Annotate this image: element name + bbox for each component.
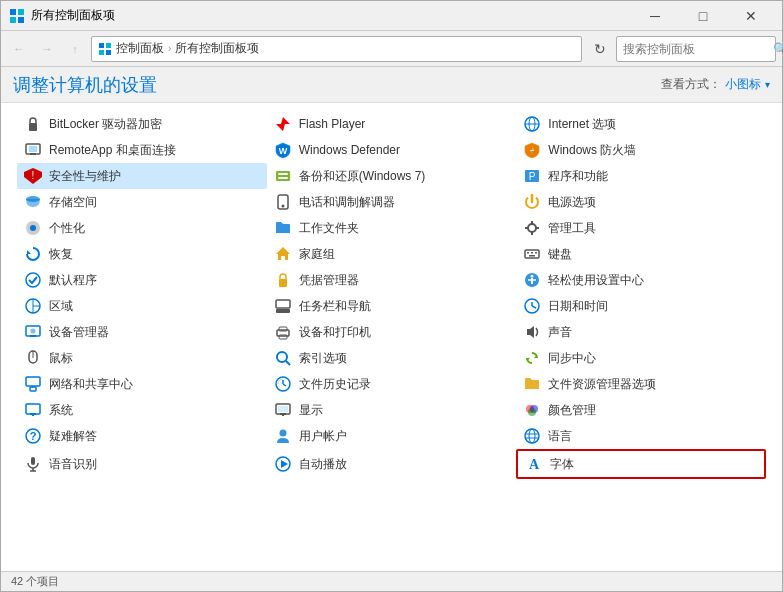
display-label: 显示 bbox=[299, 402, 323, 419]
up-button[interactable]: ↑ bbox=[63, 37, 87, 61]
cp-item-windows-defender[interactable]: WWindows Defender bbox=[267, 137, 517, 163]
cp-item-devices-printers[interactable]: 设备和打印机 bbox=[267, 319, 517, 345]
cp-item-phone-modem[interactable]: 电话和调制解调器 bbox=[267, 189, 517, 215]
svg-rect-38 bbox=[525, 250, 539, 258]
title-controls: ─ □ ✕ bbox=[632, 1, 774, 31]
items-grid: BitLocker 驱动器加密Flash PlayerInternet 选项Re… bbox=[17, 111, 766, 479]
device-manager-icon bbox=[23, 322, 43, 342]
remoteapp-icon bbox=[23, 140, 43, 160]
cp-item-language[interactable]: 语言 bbox=[516, 423, 766, 449]
svg-rect-39 bbox=[527, 252, 529, 254]
cp-item-network[interactable]: 网络和共享中心 bbox=[17, 371, 267, 397]
svg-point-46 bbox=[531, 275, 534, 278]
cp-item-display[interactable]: 显示 bbox=[267, 397, 517, 423]
cp-item-programs[interactable]: P程序和功能 bbox=[516, 163, 766, 189]
region-label: 区域 bbox=[49, 298, 73, 315]
svg-rect-71 bbox=[26, 377, 40, 386]
cp-item-flash-player[interactable]: Flash Player bbox=[267, 111, 517, 137]
svg-rect-40 bbox=[531, 252, 533, 254]
close-button[interactable]: ✕ bbox=[728, 1, 774, 31]
cp-item-sound[interactable]: 声音 bbox=[516, 319, 766, 345]
cp-item-power[interactable]: 电源选项 bbox=[516, 189, 766, 215]
recovery-label: 恢复 bbox=[49, 246, 73, 263]
cp-item-speech[interactable]: 语音识别 bbox=[17, 449, 267, 479]
cp-item-mouse[interactable]: 鼠标 bbox=[17, 345, 267, 371]
svg-point-88 bbox=[525, 429, 539, 443]
svg-rect-82 bbox=[278, 406, 288, 412]
cp-item-storage[interactable]: 存储空间 bbox=[17, 189, 267, 215]
back-button[interactable]: ← bbox=[7, 37, 31, 61]
svg-rect-0 bbox=[10, 9, 16, 15]
minimize-button[interactable]: ─ bbox=[632, 1, 678, 31]
address-field[interactable]: 控制面板 › 所有控制面板项 bbox=[91, 36, 582, 62]
cp-item-fonts[interactable]: A字体 bbox=[516, 449, 766, 479]
view-dropdown-arrow[interactable]: ▾ bbox=[765, 79, 770, 90]
cp-item-keyboard[interactable]: 键盘 bbox=[516, 241, 766, 267]
svg-rect-37 bbox=[281, 256, 285, 260]
datetime-label: 日期和时间 bbox=[548, 298, 608, 315]
cp-item-personalization[interactable]: 个性化 bbox=[17, 215, 267, 241]
management-label: 管理工具 bbox=[548, 220, 596, 237]
cp-item-autoplay[interactable]: 自动播放 bbox=[267, 449, 517, 479]
svg-rect-7 bbox=[106, 50, 111, 55]
homegroup-icon bbox=[273, 244, 293, 264]
svg-point-27 bbox=[281, 205, 284, 208]
cp-item-recovery[interactable]: 恢复 bbox=[17, 241, 267, 267]
cp-item-datetime[interactable]: 日期和时间 bbox=[516, 293, 766, 319]
color-mgmt-label: 颜色管理 bbox=[548, 402, 596, 419]
cp-item-security[interactable]: !安全性与维护 bbox=[17, 163, 267, 189]
personalization-icon bbox=[23, 218, 43, 238]
breadcrumb-home[interactable]: 控制面板 bbox=[116, 40, 164, 57]
svg-rect-41 bbox=[535, 252, 537, 254]
cp-item-user-accounts[interactable]: 用户帐户 bbox=[267, 423, 517, 449]
search-box[interactable]: 🔍 bbox=[616, 36, 776, 62]
maximize-button[interactable]: □ bbox=[680, 1, 726, 31]
ease-access-icon bbox=[522, 270, 542, 290]
cp-item-troubleshoot[interactable]: ?疑难解答 bbox=[17, 423, 267, 449]
cp-item-file-manager-options[interactable]: 文件资源管理器选项 bbox=[516, 371, 766, 397]
svg-point-43 bbox=[26, 273, 40, 287]
cp-item-internet-options[interactable]: Internet 选项 bbox=[516, 111, 766, 137]
bitlocker-icon bbox=[23, 114, 43, 134]
breadcrumb-current[interactable]: 所有控制面板项 bbox=[175, 40, 259, 57]
svg-marker-96 bbox=[281, 460, 288, 468]
cp-item-default-programs[interactable]: 默认程序 bbox=[17, 267, 267, 293]
item-count: 42 个项目 bbox=[11, 574, 59, 589]
homegroup-label: 家庭组 bbox=[299, 246, 335, 263]
svg-point-87 bbox=[279, 430, 286, 437]
cp-item-file-history[interactable]: 文件历史记录 bbox=[267, 371, 517, 397]
cp-item-bitlocker[interactable]: BitLocker 驱动器加密 bbox=[17, 111, 267, 137]
cp-item-taskbar-nav[interactable]: 任务栏和导航 bbox=[267, 293, 517, 319]
user-accounts-label: 用户帐户 bbox=[299, 428, 347, 445]
svg-marker-63 bbox=[527, 326, 534, 338]
power-icon bbox=[522, 192, 542, 212]
search-input[interactable] bbox=[623, 42, 773, 56]
cp-item-region[interactable]: 区域 bbox=[17, 293, 267, 319]
mouse-icon bbox=[23, 348, 43, 368]
region-icon bbox=[23, 296, 43, 316]
cp-item-ease-access[interactable]: 轻松使用设置中心 bbox=[516, 267, 766, 293]
content-area: BitLocker 驱动器加密Flash PlayerInternet 选项Re… bbox=[1, 103, 782, 571]
forward-button[interactable]: → bbox=[35, 37, 59, 61]
cp-item-backup[interactable]: 备份和还原(Windows 7) bbox=[267, 163, 517, 189]
svg-rect-8 bbox=[29, 123, 37, 131]
svg-point-29 bbox=[30, 225, 36, 231]
cp-item-device-manager[interactable]: 设备管理器 bbox=[17, 319, 267, 345]
cp-item-color-mgmt[interactable]: 颜色管理 bbox=[516, 397, 766, 423]
work-folder-label: 工作文件夹 bbox=[299, 220, 359, 237]
cp-item-management[interactable]: 管理工具 bbox=[516, 215, 766, 241]
cp-item-work-folder[interactable]: 工作文件夹 bbox=[267, 215, 517, 241]
view-value-button[interactable]: 小图标 bbox=[725, 76, 761, 93]
backup-icon bbox=[273, 166, 293, 186]
cp-item-credential-manager[interactable]: 凭据管理器 bbox=[267, 267, 517, 293]
language-label: 语言 bbox=[548, 428, 572, 445]
programs-icon: P bbox=[522, 166, 542, 186]
cp-item-homegroup[interactable]: 家庭组 bbox=[267, 241, 517, 267]
bitlocker-label: BitLocker 驱动器加密 bbox=[49, 116, 162, 133]
cp-item-system[interactable]: 系统 bbox=[17, 397, 267, 423]
cp-item-remoteapp[interactable]: RemoteApp 和桌面连接 bbox=[17, 137, 267, 163]
refresh-button[interactable]: ↻ bbox=[588, 37, 612, 61]
cp-item-indexing[interactable]: 索引选项 bbox=[267, 345, 517, 371]
cp-item-windows-firewall[interactable]: Windows 防火墙 bbox=[516, 137, 766, 163]
cp-item-sync[interactable]: 同步中心 bbox=[516, 345, 766, 371]
